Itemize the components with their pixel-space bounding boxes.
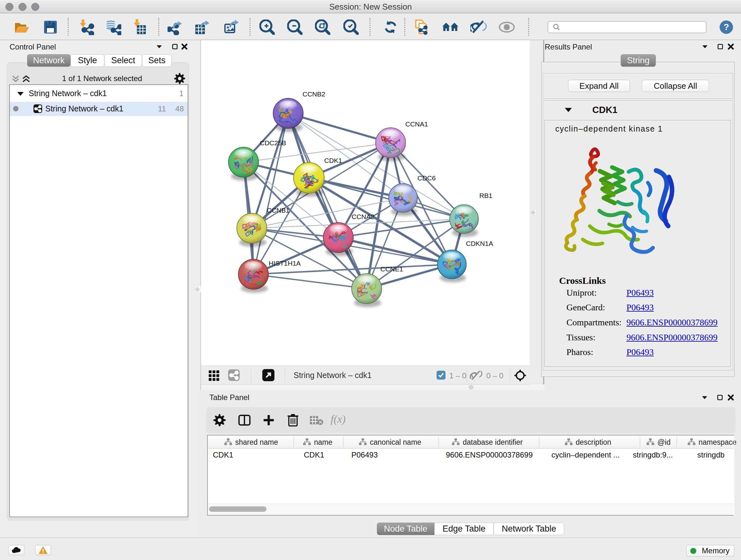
svg-text:CDKN1A: CDKN1A (466, 240, 493, 247)
svg-text:HIST1H1A: HIST1H1A (269, 260, 300, 267)
svg-text:CCNA2: CCNA2 (352, 213, 374, 220)
svg-text:CDK1: CDK1 (324, 157, 342, 164)
svg-text:RB1: RB1 (479, 192, 492, 199)
svg-text:CDC25B: CDC25B (260, 139, 286, 146)
svg-text:CCNB2: CCNB2 (302, 90, 325, 98)
svg-text:CCNA1: CCNA1 (405, 120, 428, 128)
svg-text:?: ? (724, 22, 729, 32)
svg-text:CCNE1: CCNE1 (381, 265, 403, 273)
svg-text:CCNB1: CCNB1 (267, 206, 289, 214)
svg-text:CDC6: CDC6 (417, 174, 435, 182)
